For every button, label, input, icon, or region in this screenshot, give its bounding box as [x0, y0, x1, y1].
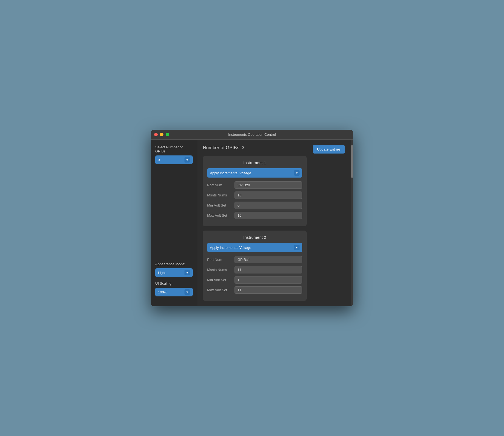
- instrument-2-port-label: Port Num: [207, 258, 235, 262]
- instrument-2-maxvolt-input[interactable]: [235, 286, 302, 294]
- appearance-dropdown[interactable]: Light ▼: [155, 268, 193, 277]
- gpib-dropdown-arrow-icon: ▼: [184, 157, 190, 163]
- instrument-2-msnts-row: Msnts Nums: [207, 266, 302, 273]
- instrument-1-minvolt-row: Min Volt Set: [207, 202, 302, 209]
- instrument-1-minvolt-input[interactable]: [235, 202, 302, 209]
- instrument-1-maxvolt-row: Max Volt Set: [207, 212, 302, 219]
- scaling-dropdown-arrow-icon: ▼: [184, 289, 190, 295]
- minimize-button[interactable]: [160, 133, 163, 136]
- gpib-dropdown-value: 3: [158, 158, 184, 162]
- scaling-label: UI Scaling:: [155, 281, 193, 285]
- instrument-1-msnts-input[interactable]: [235, 192, 302, 199]
- instruments-container: Instrument 1 Apply Incremental Voltage ▼…: [203, 156, 348, 301]
- sidebar-bottom: Appearance Mode: Light ▼ UI Scaling: 100…: [155, 262, 193, 301]
- maximize-button[interactable]: [166, 133, 169, 136]
- app-window: Instruments Operation Control Select Num…: [151, 130, 353, 306]
- instrument-2-card: Instrument 2 Apply Incremental Voltage ▼…: [203, 231, 307, 301]
- instrument-1-minvolt-label: Min Volt Set: [207, 203, 235, 207]
- instrument-1-port-input[interactable]: [235, 181, 302, 189]
- instrument-2-msnts-input[interactable]: [235, 266, 302, 273]
- instrument-2-minvolt-row: Min Volt Set: [207, 276, 302, 284]
- instrument-2-port-input[interactable]: [235, 256, 302, 263]
- traffic-lights: [154, 133, 169, 136]
- scrollbar[interactable]: [351, 140, 353, 306]
- update-entries-button[interactable]: Update Entries: [313, 145, 345, 154]
- appearance-label: Appearance Mode:: [155, 262, 193, 266]
- instrument-2-operation-value: Apply Incremental Voltage: [210, 246, 294, 250]
- instrument-2-maxvolt-row: Max Volt Set: [207, 286, 302, 294]
- gpib-dropdown[interactable]: 3 ▼: [155, 155, 193, 164]
- scaling-section: UI Scaling: 100% ▼: [155, 281, 193, 296]
- scaling-dropdown[interactable]: 100% ▼: [155, 288, 193, 296]
- instrument-2-minvolt-label: Min Volt Set: [207, 278, 235, 282]
- window-title: Instruments Operation Control: [228, 132, 276, 137]
- instrument-2-minvolt-input[interactable]: [235, 276, 302, 284]
- instrument-1-msnts-label: Msnts Nums: [207, 193, 235, 197]
- gpib-section: Select Number of GPIBs: 3 ▼: [155, 145, 193, 164]
- instrument-1-operation-value: Apply Incremental Voltage: [210, 171, 294, 175]
- appearance-dropdown-arrow-icon: ▼: [184, 270, 190, 275]
- titlebar: Instruments Operation Control: [151, 130, 353, 140]
- instrument-1-title: Instrument 1: [207, 160, 302, 165]
- instrument-1-operation-arrow-icon: ▼: [294, 170, 300, 176]
- appearance-section: Appearance Mode: Light ▼: [155, 262, 193, 277]
- sidebar: Select Number of GPIBs: 3 ▼ Appearance M…: [151, 140, 197, 306]
- instrument-1-maxvolt-input[interactable]: [235, 212, 302, 219]
- instrument-2-title: Instrument 2: [207, 235, 302, 240]
- instrument-2-operation-dropdown[interactable]: Apply Incremental Voltage ▼: [207, 243, 302, 252]
- instrument-1-operation-dropdown[interactable]: Apply Incremental Voltage ▼: [207, 168, 302, 178]
- appearance-dropdown-value: Light: [158, 271, 184, 275]
- instrument-2-operation-arrow-icon: ▼: [294, 245, 300, 250]
- instrument-2-maxvolt-label: Max Volt Set: [207, 288, 235, 292]
- scrollbar-thumb[interactable]: [351, 145, 353, 178]
- instrument-2-port-row: Port Num: [207, 256, 302, 263]
- scaling-dropdown-value: 100%: [158, 290, 184, 294]
- instrument-2-msnts-label: Msnts Nums: [207, 268, 235, 272]
- main-content: Number of GPIBs: 3 Update Entries Instru…: [197, 140, 353, 306]
- instrument-1-msnts-row: Msnts Nums: [207, 192, 302, 199]
- gpib-select-label: Select Number of GPIBs:: [155, 145, 193, 153]
- window-body: Select Number of GPIBs: 3 ▼ Appearance M…: [151, 140, 353, 306]
- instrument-1-port-row: Port Num: [207, 181, 302, 189]
- instrument-1-maxvolt-label: Max Volt Set: [207, 213, 235, 217]
- instrument-1-card: Instrument 1 Apply Incremental Voltage ▼…: [203, 156, 307, 226]
- close-button[interactable]: [154, 133, 158, 136]
- instrument-1-port-label: Port Num: [207, 183, 235, 187]
